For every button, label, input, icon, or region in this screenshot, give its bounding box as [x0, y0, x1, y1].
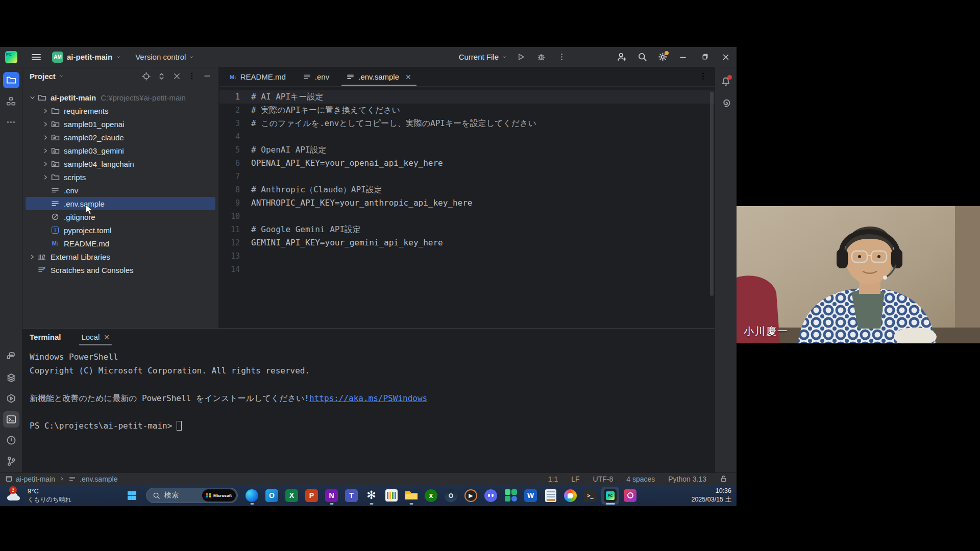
- taskbar-icon-notepad[interactable]: [542, 487, 559, 505]
- tree-item-sample02-claude[interactable]: sample02_claude: [22, 131, 218, 144]
- taskbar-icon-photos[interactable]: [382, 487, 400, 505]
- close-terminal-tab-icon[interactable]: ✕: [104, 333, 110, 341]
- close-tab-icon[interactable]: ✕: [405, 73, 411, 81]
- tab-options-button[interactable]: [699, 72, 707, 83]
- chevron-expanded-icon[interactable]: [29, 94, 36, 102]
- taskbar-icon-terminal[interactable]: >_: [581, 487, 599, 505]
- microsoft-search-chip[interactable]: Microsoft: [202, 489, 236, 502]
- run-button[interactable]: [514, 51, 527, 64]
- taskbar-icon-excel[interactable]: X: [283, 487, 301, 505]
- code-line: 9ANTHROPIC_API_KEY=your_anthropic_api_ke…: [219, 196, 715, 210]
- breadcrumb-project[interactable]: ai-petit-main: [16, 475, 55, 483]
- chevron-collapsed-icon[interactable]: [42, 173, 50, 181]
- chevron-collapsed-icon[interactable]: [42, 134, 50, 141]
- tree-item-requirements[interactable]: requirements: [22, 104, 218, 117]
- minimize-button[interactable]: [675, 49, 691, 65]
- code-with-me-button[interactable]: [615, 51, 628, 64]
- tree-item-env[interactable]: .env: [22, 184, 218, 197]
- taskbar-search-box[interactable]: 検索 Microsoft: [146, 488, 238, 503]
- python-packages-tool-button[interactable]: [3, 369, 19, 386]
- chevron-collapsed-icon[interactable]: [42, 120, 50, 128]
- microsoft-logo-icon: [206, 493, 211, 498]
- structure-tool-button[interactable]: [3, 93, 19, 109]
- problems-tool-button[interactable]: [3, 432, 19, 448]
- weather-widget[interactable]: 3 9°C くもりのち晴れ: [6, 487, 71, 503]
- expand-collapse-button[interactable]: [155, 70, 167, 82]
- main-menu-button[interactable]: [32, 54, 41, 60]
- code-area[interactable]: 1# AI APIキー設定 2# 実際のAPIキーに置き換えてください 3# こ…: [219, 90, 715, 276]
- start-button[interactable]: [122, 486, 141, 505]
- version-control-tool-button[interactable]: [3, 453, 19, 469]
- tab-env-sample-active[interactable]: .env.sample ✕: [339, 67, 419, 86]
- tree-item-sample03-gemini[interactable]: sample03_gemini: [22, 144, 218, 157]
- chevron-collapsed-icon[interactable]: [29, 253, 36, 261]
- more-tool-windows-button[interactable]: [3, 114, 19, 130]
- line-separator[interactable]: LF: [571, 475, 579, 483]
- taskbar-icon-outlook[interactable]: O: [263, 487, 281, 505]
- locate-file-button[interactable]: [140, 70, 152, 82]
- taskbar-icon-steam[interactable]: [442, 487, 460, 505]
- tree-item-external-libraries[interactable]: External Libraries: [22, 250, 218, 263]
- panel-options-button[interactable]: [186, 70, 198, 82]
- taskbar-icon-copilot[interactable]: [561, 487, 579, 505]
- chevron-collapsed-icon[interactable]: [42, 160, 50, 168]
- chevron-down-icon[interactable]: [59, 73, 64, 79]
- tree-item-scratches[interactable]: Scratches and Consoles: [22, 263, 218, 277]
- taskbar-icon-chatgpt[interactable]: ✻: [362, 487, 380, 505]
- chevron-collapsed-icon[interactable]: [42, 107, 50, 115]
- powershell-update-link[interactable]: https://aka.ms/PSWindows: [309, 393, 427, 403]
- version-control-widget[interactable]: Version control: [135, 53, 194, 61]
- ai-assistant-button[interactable]: [718, 94, 734, 111]
- caret-position[interactable]: 1:1: [548, 475, 558, 483]
- taskbar-icon-onenote[interactable]: N: [323, 487, 340, 505]
- search-everywhere-button[interactable]: [635, 51, 649, 64]
- services-tool-button[interactable]: [3, 390, 19, 407]
- breadcrumb-file[interactable]: .env.sample: [80, 475, 117, 483]
- tree-item-gitignore[interactable]: .gitignore: [22, 210, 218, 223]
- close-button[interactable]: [718, 49, 733, 65]
- run-configuration-selector[interactable]: Current File: [459, 53, 507, 61]
- hide-panel-button[interactable]: [201, 70, 213, 82]
- project-widget[interactable]: AM ai-petit-main: [49, 49, 124, 65]
- settings-button[interactable]: [656, 51, 669, 64]
- taskbar-icon-green-app[interactable]: [502, 487, 520, 505]
- tree-item-pyproject-toml[interactable]: T pyproject.toml: [22, 223, 218, 237]
- unlocked-icon[interactable]: [720, 475, 727, 483]
- taskbar-clock[interactable]: 10:36 2025/03/15 土: [691, 487, 731, 504]
- taskbar-icon-media-player[interactable]: ▶: [462, 487, 480, 505]
- taskbar-icon-discord[interactable]: [482, 487, 500, 505]
- collapse-all-button[interactable]: [170, 70, 183, 82]
- file-encoding[interactable]: UTF-8: [593, 475, 614, 483]
- more-actions-button[interactable]: [555, 51, 568, 64]
- terminal-tool-button[interactable]: [3, 411, 19, 428]
- taskbar-icon-edge[interactable]: [243, 487, 261, 505]
- taskbar-icon-xbox[interactable]: x: [422, 487, 440, 505]
- indent-style[interactable]: 4 spaces: [626, 475, 655, 483]
- debug-button[interactable]: [534, 51, 548, 64]
- tab-env[interactable]: .env: [296, 67, 336, 86]
- taskbar-icon-teams[interactable]: T: [342, 487, 360, 505]
- maximize-button[interactable]: [697, 49, 712, 65]
- python-interpreter[interactable]: Python 3.13: [668, 475, 706, 483]
- tree-item-sample04-langchain[interactable]: sample04_langchain: [22, 157, 218, 170]
- tree-item-scripts[interactable]: scripts: [22, 170, 218, 184]
- tree-item-project-root[interactable]: ai-petit-main C:¥projects¥ai-petit-main: [22, 91, 218, 104]
- chevron-collapsed-icon[interactable]: [42, 147, 50, 155]
- tab-readme[interactable]: M↓ README.md: [223, 67, 293, 86]
- tree-item-sample01-openai[interactable]: sample01_openai: [22, 117, 218, 131]
- editor-scrollbar[interactable]: [710, 92, 714, 296]
- taskbar-icon-file-explorer[interactable]: [402, 487, 420, 505]
- python-console-tool-button[interactable]: [3, 348, 19, 365]
- tree-item-env-sample-selected[interactable]: .env.sample: [26, 197, 215, 210]
- text-file-icon: [50, 199, 60, 208]
- terminal-tab-local[interactable]: Local ✕: [79, 329, 112, 345]
- taskbar-icon-word[interactable]: W: [522, 487, 540, 505]
- taskbar-icon-claude-app[interactable]: [621, 487, 639, 505]
- tree-item-readme[interactable]: M↓ README.md: [22, 237, 218, 250]
- project-tool-button[interactable]: [3, 72, 19, 88]
- notifications-button[interactable]: [718, 73, 734, 90]
- taskbar-icon-pycharm-active[interactable]: PC: [601, 487, 619, 505]
- terminal-output[interactable]: Windows PowerShell Copyright (C) Microso…: [30, 350, 427, 433]
- taskbar-icon-powerpoint[interactable]: P: [303, 487, 321, 505]
- search-placeholder: 検索: [164, 491, 198, 500]
